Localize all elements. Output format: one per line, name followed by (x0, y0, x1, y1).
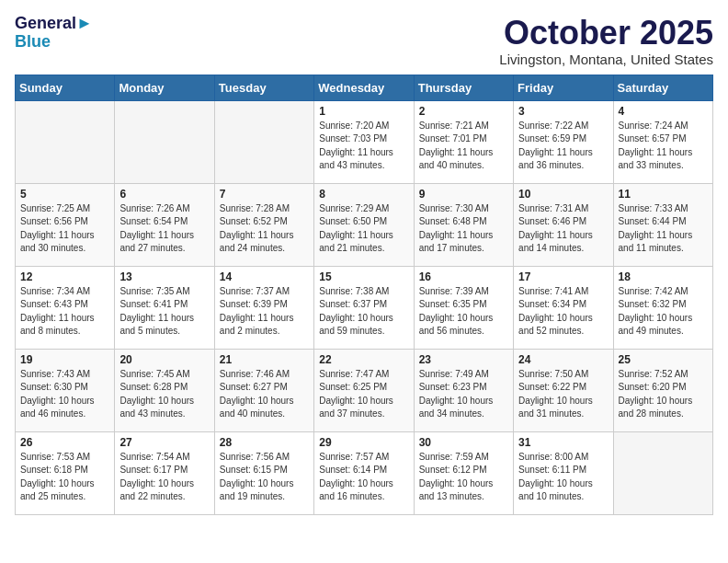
day-number: 16 (419, 270, 508, 283)
day-number: 6 (119, 188, 209, 201)
day-info: Sunrise: 7:33 AMSunset: 6:44 PMDaylight:… (619, 202, 708, 256)
calendar-cell: 13Sunrise: 7:35 AMSunset: 6:41 PMDayligh… (115, 266, 214, 349)
calendar-cell: 3Sunrise: 7:22 AMSunset: 6:59 PMDaylight… (514, 100, 613, 183)
day-info: Sunrise: 7:47 AMSunset: 6:25 PMDaylight:… (319, 368, 408, 421)
day-info: Sunrise: 7:42 AMSunset: 6:32 PMDaylight:… (619, 285, 708, 339)
day-number: 29 (319, 436, 408, 449)
day-number: 5 (20, 188, 109, 201)
day-number: 22 (319, 353, 408, 366)
day-info: Sunrise: 7:52 AMSunset: 6:20 PMDaylight:… (619, 368, 708, 421)
calendar-week-3: 12Sunrise: 7:34 AMSunset: 6:43 PMDayligh… (16, 266, 713, 349)
day-info: Sunrise: 7:46 AMSunset: 6:27 PMDaylight:… (220, 368, 309, 421)
calendar-cell: 19Sunrise: 7:43 AMSunset: 6:30 PMDayligh… (16, 349, 115, 431)
day-info: Sunrise: 7:39 AMSunset: 6:35 PMDaylight:… (419, 285, 508, 339)
calendar-cell: 9Sunrise: 7:30 AMSunset: 6:48 PMDaylight… (414, 183, 513, 266)
day-number: 7 (220, 188, 309, 201)
day-info: Sunrise: 7:34 AMSunset: 6:43 PMDaylight:… (20, 285, 109, 339)
day-header-friday: Friday (514, 75, 613, 100)
calendar-cell: 22Sunrise: 7:47 AMSunset: 6:25 PMDayligh… (314, 349, 414, 431)
calendar-cell: 21Sunrise: 7:46 AMSunset: 6:27 PMDayligh… (214, 349, 313, 431)
day-number: 18 (619, 270, 708, 283)
calendar-cell: 8Sunrise: 7:29 AMSunset: 6:50 PMDaylight… (314, 183, 414, 266)
day-number: 8 (319, 188, 408, 201)
calendar-cell: 26Sunrise: 7:53 AMSunset: 6:18 PMDayligh… (16, 431, 115, 514)
day-number: 12 (20, 270, 109, 283)
logo: General►Blue (15, 15, 93, 52)
calendar-cell: 6Sunrise: 7:26 AMSunset: 6:54 PMDaylight… (115, 183, 214, 266)
day-info: Sunrise: 7:35 AMSunset: 6:41 PMDaylight:… (119, 285, 209, 339)
calendar-week-1: 1Sunrise: 7:20 AMSunset: 7:03 PMDaylight… (16, 100, 713, 183)
day-info: Sunrise: 7:26 AMSunset: 6:54 PMDaylight:… (119, 202, 209, 256)
day-number: 25 (619, 353, 708, 366)
day-number: 30 (419, 436, 508, 449)
calendar-cell: 30Sunrise: 7:59 AMSunset: 6:12 PMDayligh… (414, 431, 513, 514)
calendar-week-5: 26Sunrise: 7:53 AMSunset: 6:18 PMDayligh… (16, 431, 713, 514)
day-number: 10 (518, 188, 608, 201)
day-info: Sunrise: 7:57 AMSunset: 6:14 PMDaylight:… (319, 451, 408, 504)
day-info: Sunrise: 8:00 AMSunset: 6:11 PMDaylight:… (518, 451, 608, 504)
day-number: 11 (619, 188, 708, 201)
calendar-cell: 12Sunrise: 7:34 AMSunset: 6:43 PMDayligh… (16, 266, 115, 349)
page-header: General►Blue October 2025 Livingston, Mo… (15, 15, 713, 67)
calendar-cell: 15Sunrise: 7:38 AMSunset: 6:37 PMDayligh… (314, 266, 414, 349)
day-info: Sunrise: 7:49 AMSunset: 6:23 PMDaylight:… (419, 368, 508, 421)
title-block: October 2025 Livingston, Montana, United… (499, 15, 713, 67)
calendar-cell: 17Sunrise: 7:41 AMSunset: 6:34 PMDayligh… (514, 266, 613, 349)
day-number: 20 (119, 353, 209, 366)
day-info: Sunrise: 7:43 AMSunset: 6:30 PMDaylight:… (20, 368, 109, 421)
calendar-cell: 11Sunrise: 7:33 AMSunset: 6:44 PMDayligh… (613, 183, 712, 266)
day-number: 1 (319, 105, 408, 118)
logo-text: General►Blue (15, 15, 93, 52)
day-number: 15 (319, 270, 408, 283)
calendar-cell (16, 100, 115, 183)
calendar-cell: 24Sunrise: 7:50 AMSunset: 6:22 PMDayligh… (514, 349, 613, 431)
day-info: Sunrise: 7:25 AMSunset: 6:56 PMDaylight:… (20, 202, 109, 256)
day-info: Sunrise: 7:22 AMSunset: 6:59 PMDaylight:… (518, 120, 608, 173)
calendar-cell: 16Sunrise: 7:39 AMSunset: 6:35 PMDayligh… (414, 266, 513, 349)
day-info: Sunrise: 7:20 AMSunset: 7:03 PMDaylight:… (319, 120, 408, 173)
day-info: Sunrise: 7:45 AMSunset: 6:28 PMDaylight:… (119, 368, 209, 421)
day-number: 4 (619, 105, 708, 118)
calendar-cell: 5Sunrise: 7:25 AMSunset: 6:56 PMDaylight… (16, 183, 115, 266)
calendar-cell: 28Sunrise: 7:56 AMSunset: 6:15 PMDayligh… (214, 431, 313, 514)
calendar-cell: 23Sunrise: 7:49 AMSunset: 6:23 PMDayligh… (414, 349, 513, 431)
day-number: 2 (419, 105, 508, 118)
calendar-subtitle: Livingston, Montana, United States (499, 52, 713, 67)
day-header-tuesday: Tuesday (214, 75, 313, 100)
day-number: 28 (220, 436, 309, 449)
calendar-header-row: SundayMondayTuesdayWednesdayThursdayFrid… (16, 75, 713, 100)
day-number: 19 (20, 353, 109, 366)
day-number: 14 (220, 270, 309, 283)
calendar-cell: 2Sunrise: 7:21 AMSunset: 7:01 PMDaylight… (414, 100, 513, 183)
day-header-monday: Monday (115, 75, 214, 100)
day-number: 27 (119, 436, 209, 449)
day-number: 24 (518, 353, 608, 366)
day-header-sunday: Sunday (16, 75, 115, 100)
calendar-cell: 14Sunrise: 7:37 AMSunset: 6:39 PMDayligh… (214, 266, 313, 349)
day-number: 23 (419, 353, 508, 366)
day-header-wednesday: Wednesday (314, 75, 414, 100)
day-info: Sunrise: 7:41 AMSunset: 6:34 PMDaylight:… (518, 285, 608, 339)
day-info: Sunrise: 7:29 AMSunset: 6:50 PMDaylight:… (319, 202, 408, 256)
day-info: Sunrise: 7:50 AMSunset: 6:22 PMDaylight:… (518, 368, 608, 421)
day-header-thursday: Thursday (414, 75, 513, 100)
day-number: 21 (220, 353, 309, 366)
calendar-title: October 2025 (499, 15, 713, 52)
day-info: Sunrise: 7:30 AMSunset: 6:48 PMDaylight:… (419, 202, 508, 256)
day-info: Sunrise: 7:37 AMSunset: 6:39 PMDaylight:… (220, 285, 309, 339)
calendar-cell: 31Sunrise: 8:00 AMSunset: 6:11 PMDayligh… (514, 431, 613, 514)
calendar-cell: 25Sunrise: 7:52 AMSunset: 6:20 PMDayligh… (613, 349, 712, 431)
day-number: 26 (20, 436, 109, 449)
calendar-cell: 18Sunrise: 7:42 AMSunset: 6:32 PMDayligh… (613, 266, 712, 349)
day-info: Sunrise: 7:59 AMSunset: 6:12 PMDaylight:… (419, 451, 508, 504)
day-header-saturday: Saturday (613, 75, 712, 100)
calendar-cell: 1Sunrise: 7:20 AMSunset: 7:03 PMDaylight… (314, 100, 414, 183)
calendar-cell: 7Sunrise: 7:28 AMSunset: 6:52 PMDaylight… (214, 183, 313, 266)
day-number: 3 (518, 105, 608, 118)
calendar-week-2: 5Sunrise: 7:25 AMSunset: 6:56 PMDaylight… (16, 183, 713, 266)
day-number: 17 (518, 270, 608, 283)
calendar-cell: 27Sunrise: 7:54 AMSunset: 6:17 PMDayligh… (115, 431, 214, 514)
day-info: Sunrise: 7:21 AMSunset: 7:01 PMDaylight:… (419, 120, 508, 173)
day-info: Sunrise: 7:53 AMSunset: 6:18 PMDaylight:… (20, 451, 109, 504)
calendar-table: SundayMondayTuesdayWednesdayThursdayFrid… (15, 75, 713, 515)
